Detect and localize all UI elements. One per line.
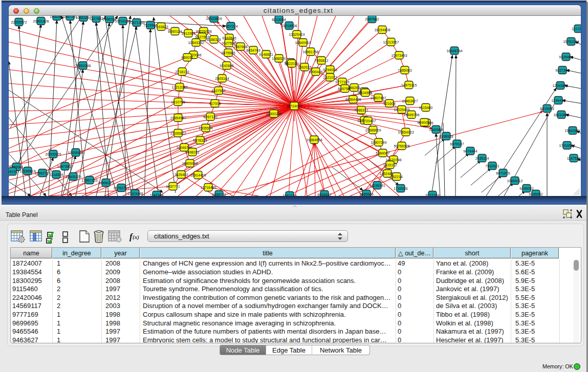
svg-text:16033809: 16033809 bbox=[206, 17, 222, 20]
svg-text:1244415: 1244415 bbox=[551, 99, 565, 102]
svg-text:20206576: 20206576 bbox=[45, 152, 61, 156]
svg-text:1391917: 1391917 bbox=[9, 170, 19, 173]
svg-text:5984067: 5984067 bbox=[376, 151, 389, 155]
svg-text:22055572: 22055572 bbox=[11, 20, 27, 24]
svg-text:5878334: 5878334 bbox=[193, 139, 207, 142]
svg-text:12213382: 12213382 bbox=[171, 85, 187, 89]
svg-text:17957253: 17957253 bbox=[81, 179, 97, 182]
svg-text:8186328: 8186328 bbox=[207, 38, 221, 41]
svg-text:15720407: 15720407 bbox=[360, 119, 376, 123]
svg-text:1615112: 1615112 bbox=[383, 163, 397, 167]
svg-text:10671355: 10671355 bbox=[128, 21, 144, 25]
svg-text:1114519: 1114519 bbox=[50, 173, 63, 177]
svg-text:8660124: 8660124 bbox=[168, 30, 182, 33]
svg-text:1067133: 1067133 bbox=[282, 194, 296, 196]
svg-text:20364436: 20364436 bbox=[345, 98, 361, 101]
svg-text:16210643: 16210643 bbox=[553, 113, 569, 117]
svg-text:9777169: 9777169 bbox=[335, 80, 349, 84]
svg-text:2803144: 2803144 bbox=[215, 77, 229, 80]
svg-text:(x): (x) bbox=[133, 234, 139, 240]
svg-text:18907249: 18907249 bbox=[371, 141, 386, 144]
svg-text:20053346: 20053346 bbox=[75, 64, 91, 68]
svg-text:1621072: 1621072 bbox=[323, 76, 337, 79]
svg-text:8938928: 8938928 bbox=[439, 135, 453, 138]
svg-text:1167533: 1167533 bbox=[567, 157, 581, 160]
svg-text:7955812: 7955812 bbox=[314, 59, 328, 62]
svg-text:1117264: 1117264 bbox=[572, 27, 581, 31]
svg-text:1624554: 1624554 bbox=[358, 91, 372, 95]
svg-text:1335594: 1335594 bbox=[199, 126, 212, 130]
svg-text:9777169: 9777169 bbox=[425, 193, 439, 196]
svg-text:10688609: 10688609 bbox=[365, 128, 381, 132]
svg-text:1588520: 1588520 bbox=[272, 57, 286, 60]
svg-text:8215953: 8215953 bbox=[540, 107, 554, 111]
svg-text:11423448: 11423448 bbox=[127, 192, 143, 195]
svg-text:9242845: 9242845 bbox=[220, 64, 233, 68]
svg-text:1498222: 1498222 bbox=[185, 150, 199, 154]
svg-text:989031: 989031 bbox=[181, 56, 193, 59]
svg-text:10973493: 10973493 bbox=[391, 54, 407, 57]
svg-text:7625402: 7625402 bbox=[174, 173, 188, 177]
svg-text:12213967: 12213967 bbox=[383, 40, 399, 44]
svg-text:10543362: 10543362 bbox=[188, 41, 204, 45]
svg-text:8267130: 8267130 bbox=[203, 115, 217, 119]
svg-text:252214: 252214 bbox=[390, 175, 402, 179]
svg-text:12975115: 12975115 bbox=[401, 83, 417, 87]
svg-text:9146821: 9146821 bbox=[259, 53, 273, 56]
svg-text:2087682: 2087682 bbox=[365, 17, 379, 21]
svg-text:13325419: 13325419 bbox=[289, 33, 304, 36]
svg-text:17339924: 17339924 bbox=[68, 151, 83, 155]
svg-text:18300295: 18300295 bbox=[266, 112, 281, 116]
svg-text:9463627: 9463627 bbox=[317, 193, 331, 196]
svg-text:18724007: 18724007 bbox=[286, 104, 302, 108]
svg-text:1640954: 1640954 bbox=[429, 128, 443, 132]
svg-text:8471676: 8471676 bbox=[496, 171, 510, 175]
svg-text:15692871: 15692871 bbox=[564, 129, 580, 133]
svg-text:9227342: 9227342 bbox=[555, 69, 569, 72]
svg-text:1362615: 1362615 bbox=[297, 65, 311, 69]
svg-text:7632621: 7632621 bbox=[485, 164, 499, 168]
svg-text:16782759: 16782759 bbox=[113, 186, 129, 190]
svg-text:10654112: 10654112 bbox=[507, 179, 523, 183]
svg-text:2867608: 2867608 bbox=[233, 45, 247, 49]
svg-text:9455772: 9455772 bbox=[212, 193, 226, 196]
svg-text:9329966: 9329966 bbox=[559, 55, 573, 59]
svg-text:16961758: 16961758 bbox=[302, 50, 318, 54]
svg-text:9327508: 9327508 bbox=[222, 41, 235, 45]
svg-text:8990446: 8990446 bbox=[309, 70, 322, 74]
svg-text:1610755: 1610755 bbox=[171, 100, 185, 104]
svg-text:1142344: 1142344 bbox=[150, 193, 164, 196]
svg-text:621608: 621608 bbox=[383, 102, 395, 105]
svg-text:15751074: 15751074 bbox=[563, 40, 579, 43]
svg-text:10958127: 10958127 bbox=[98, 181, 114, 185]
svg-text:13716485: 13716485 bbox=[200, 186, 216, 189]
svg-text:8427552: 8427552 bbox=[211, 89, 225, 93]
svg-text:19166822: 19166822 bbox=[170, 132, 186, 135]
svg-text:6879197: 6879197 bbox=[450, 142, 464, 146]
svg-text:12156819: 12156819 bbox=[19, 169, 35, 173]
svg-text:9115460: 9115460 bbox=[419, 106, 433, 110]
svg-text:9690051: 9690051 bbox=[417, 121, 431, 124]
svg-text:3875685: 3875685 bbox=[221, 51, 235, 55]
svg-text:9245052: 9245052 bbox=[519, 187, 533, 190]
svg-text:7163822: 7163822 bbox=[154, 25, 168, 29]
svg-text:746266: 746266 bbox=[348, 86, 360, 90]
svg-text:16640910: 16640910 bbox=[295, 41, 311, 45]
svg-text:10975857: 10975857 bbox=[57, 165, 73, 168]
svg-text:1952542: 1952542 bbox=[50, 16, 63, 18]
svg-text:7857224: 7857224 bbox=[224, 25, 237, 28]
svg-text:20891406: 20891406 bbox=[33, 19, 49, 23]
svg-text:10654923: 10654923 bbox=[398, 130, 413, 134]
svg-text:8813054: 8813054 bbox=[272, 18, 286, 21]
svg-text:9474444: 9474444 bbox=[463, 149, 477, 153]
svg-text:1327602: 1327602 bbox=[89, 17, 103, 20]
svg-text:7485063: 7485063 bbox=[398, 69, 411, 72]
svg-text:23226058: 23226058 bbox=[195, 30, 211, 33]
svg-text:9465546: 9465546 bbox=[359, 192, 373, 196]
svg-text:19495796: 19495796 bbox=[403, 113, 419, 117]
svg-text:10025438: 10025438 bbox=[394, 108, 409, 112]
svg-text:2718170: 2718170 bbox=[175, 70, 189, 74]
svg-text:17016504: 17016504 bbox=[559, 144, 575, 147]
svg-text:14136141: 14136141 bbox=[369, 184, 385, 187]
svg-text:19384554: 19384554 bbox=[306, 138, 322, 142]
